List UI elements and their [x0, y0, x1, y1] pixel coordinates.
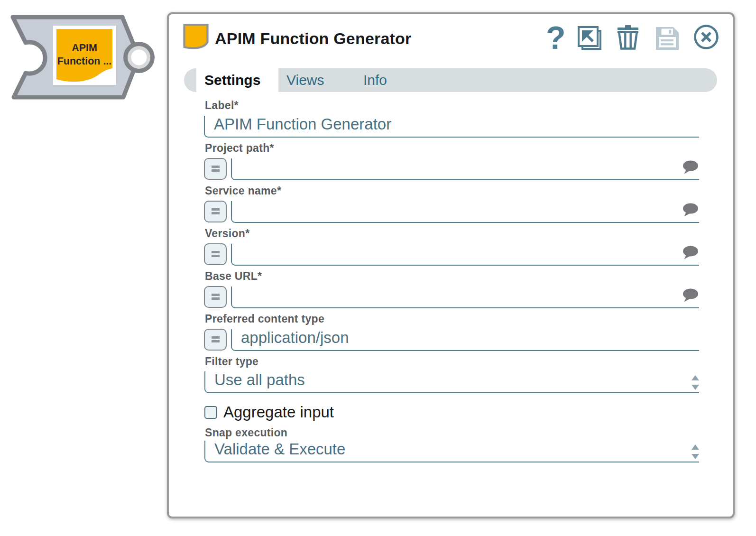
delete-button[interactable] [617, 25, 640, 51]
help-button[interactable]: ? [546, 19, 565, 51]
project-path-input[interactable] [231, 158, 699, 180]
equals-icon [212, 208, 220, 215]
expression-toggle-service-name[interactable] [204, 201, 227, 222]
equals-icon [212, 250, 220, 258]
snap-label-line2: Function ... [57, 55, 112, 67]
close-button[interactable] [694, 25, 719, 49]
snap-output-terminal[interactable] [123, 42, 155, 73]
equals-icon [212, 165, 220, 172]
expression-toggle-project-path[interactable] [204, 158, 227, 180]
field-label-filter-type: Filter type [205, 355, 258, 368]
field-label-project-path: Project path* [205, 142, 274, 155]
preferred-content-type-input[interactable]: application/json [231, 329, 699, 351]
select-spinner-icon[interactable] [691, 375, 699, 390]
dialog-title: APIM Function Generator [215, 29, 412, 48]
tab-bar: Settings Views Info [184, 68, 717, 92]
select-spinner-icon[interactable] [691, 444, 699, 459]
comment-icon-base-url[interactable] [682, 288, 699, 303]
expression-toggle-base-url[interactable] [204, 286, 227, 308]
expression-toggle-version[interactable] [204, 243, 227, 265]
base-url-input[interactable] [231, 286, 699, 308]
expression-toggle-preferred-content-type[interactable] [204, 329, 227, 351]
filter-type-select[interactable]: Use all paths [204, 371, 699, 393]
equals-icon [212, 293, 220, 300]
field-label-snap-execution: Snap execution [205, 426, 287, 439]
tab-info[interactable]: Info [363, 68, 387, 92]
comment-icon-project-path[interactable] [682, 160, 699, 175]
tab-views[interactable]: Views [286, 68, 324, 92]
dialog-document-icon [182, 23, 210, 50]
field-label-label: Label* [205, 99, 239, 112]
field-label-preferred-content-type: Preferred content type [205, 313, 324, 325]
comment-icon-service-name[interactable] [682, 203, 699, 217]
tab-settings[interactable]: Settings [196, 68, 278, 92]
comment-icon-version[interactable] [682, 246, 699, 260]
snap-node[interactable]: APIM Function ... [4, 9, 163, 106]
snap-label-line1: APIM [72, 42, 97, 54]
field-label-version: Version* [205, 227, 249, 240]
equals-icon [212, 336, 220, 343]
label-input[interactable]: APIM Function Generator [204, 116, 699, 138]
popout-button[interactable] [577, 25, 602, 51]
save-button[interactable] [656, 27, 679, 50]
field-label-service-name: Service name* [205, 185, 281, 197]
aggregate-input-label: Aggregate input [223, 404, 334, 421]
snap-execution-select[interactable]: Validate & Execute [204, 441, 699, 462]
version-input[interactable] [231, 244, 699, 266]
service-name-input[interactable] [231, 201, 699, 223]
aggregate-input-checkbox[interactable] [204, 406, 217, 419]
field-label-base-url: Base URL* [205, 270, 262, 283]
